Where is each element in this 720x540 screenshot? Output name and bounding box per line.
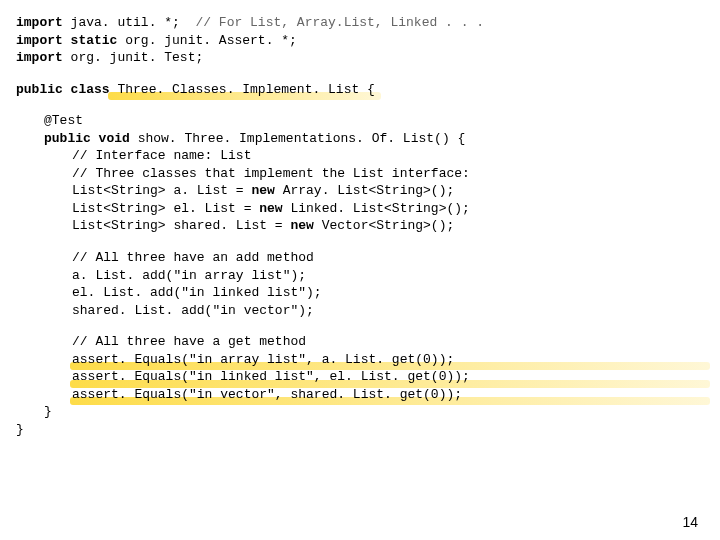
- decl-arraylist: List<String> a. List = new Array. List<S…: [72, 182, 704, 200]
- comment-add: // All three have an add method: [72, 249, 704, 267]
- decl-2c: Linked. List<String>();: [283, 201, 470, 216]
- comment-get: // All three have a get method: [72, 333, 704, 351]
- decl-1c: Array. List<String>();: [275, 183, 454, 198]
- import-3-body: org. junit. Test;: [63, 50, 203, 65]
- import-line-3: import org. junit. Test;: [16, 49, 704, 67]
- kw-class: class: [63, 82, 110, 97]
- page-number: 14: [682, 513, 698, 532]
- comment-interface: // Interface name: List: [72, 147, 704, 165]
- kw-import: import: [16, 15, 63, 30]
- assert-3: assert. Equals("in vector", shared. List…: [72, 386, 704, 404]
- decl-vector: List<String> shared. List = new Vector<S…: [72, 217, 704, 235]
- comment-three-classes: // Three classes that implement the List…: [72, 165, 704, 183]
- decl-2a: List<String> el. List =: [72, 201, 259, 216]
- kw-new: new: [251, 183, 274, 198]
- close-class: }: [16, 421, 704, 439]
- add-2: el. List. add("in linked list");: [72, 284, 704, 302]
- class-name-highlight: Three. Classes. Implement. List {: [110, 81, 375, 99]
- kw-new: new: [259, 201, 282, 216]
- import-1-body: java. util. *;: [63, 15, 196, 30]
- import-2-body: org. junit. Assert. *;: [117, 33, 296, 48]
- decl-3c: Vector<String>();: [314, 218, 454, 233]
- kw-import: import: [16, 33, 63, 48]
- kw-import: import: [16, 50, 63, 65]
- add-3: shared. List. add("in vector");: [72, 302, 704, 320]
- decl-3a: List<String> shared. List =: [72, 218, 290, 233]
- class-decl: public class Three. Classes. Implement. …: [16, 81, 704, 99]
- kw-new: new: [290, 218, 313, 233]
- kw-public: public: [16, 82, 63, 97]
- comment-1: // For List, Array.List, Linked . . .: [195, 15, 484, 30]
- import-line-1: import java. util. *; // For List, Array…: [16, 14, 704, 32]
- add-1: a. List. add("in array list");: [72, 267, 704, 285]
- decl-linkedlist: List<String> el. List = new Linked. List…: [72, 200, 704, 218]
- kw-static: static: [63, 33, 118, 48]
- kw-void: void: [91, 131, 130, 146]
- method-decl: public void show. Three. Implementations…: [44, 130, 704, 148]
- assert-1: assert. Equals("in array list", a. List.…: [72, 351, 704, 369]
- annotation: @Test: [44, 112, 704, 130]
- decl-1a: List<String> a. List =: [72, 183, 251, 198]
- close-method: }: [44, 403, 704, 421]
- method-name: show. Three. Implementations. Of. List()…: [130, 131, 465, 146]
- import-line-2: import static org. junit. Assert. *;: [16, 32, 704, 50]
- assert-2: assert. Equals("in linked list", el. Lis…: [72, 368, 704, 386]
- kw-public: public: [44, 131, 91, 146]
